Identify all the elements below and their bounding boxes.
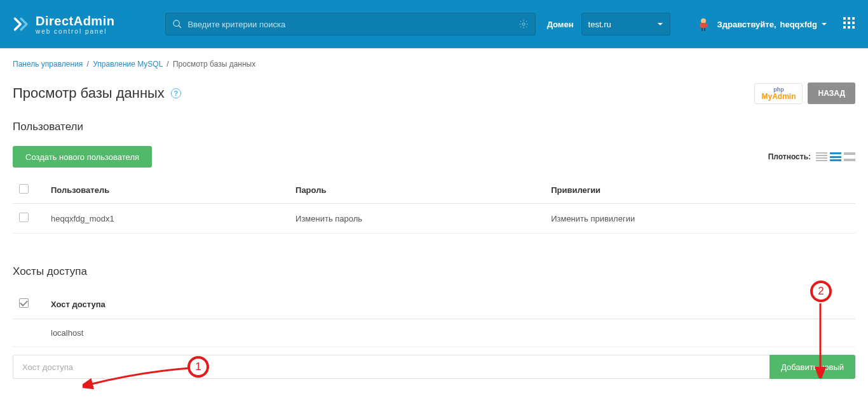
select-all-checkbox[interactable] [19,184,29,194]
users-section-title: Пользователи [13,121,855,133]
hosts-section: Хосты доступа Хост доступа localhost Доб… [13,265,855,379]
svg-rect-6 [705,23,707,27]
density-compact[interactable] [816,152,827,162]
row-checkbox[interactable] [19,213,29,222]
density-label: Плотность: [768,152,811,161]
change-password-link[interactable]: Изменить пароль [295,214,362,223]
main-content: Панель управления / Управление MySQL / П… [0,48,868,390]
greeting-user: heqqxfdg [780,20,818,29]
add-host-row: Добавить новый [13,355,855,379]
hosts-section-title: Хосты доступа [13,265,855,278]
hosts-table: Хост доступа localhost [13,291,855,347]
svg-point-0 [173,20,179,26]
svg-rect-5 [700,23,702,27]
svg-rect-15 [843,26,846,29]
search-container [165,13,535,36]
domain-select[interactable]: test.ru [581,13,670,36]
svg-rect-8 [704,28,705,31]
search-icon [172,19,182,29]
svg-rect-10 [848,17,850,20]
svg-rect-14 [852,22,855,24]
create-user-button[interactable]: Создать нового пользователя [13,146,152,168]
users-table: Пользователь Пароль Привилегии heqqxfdg_… [13,176,855,234]
phpmyadmin-button[interactable]: php MyAdmin [754,83,803,104]
breadcrumb: Панель управления / Управление MySQL / П… [13,60,855,69]
density-medium[interactable] [830,152,841,162]
avatar-icon [696,17,711,32]
density-large[interactable] [844,152,855,162]
change-privileges-link[interactable]: Изменить привилегии [551,214,635,223]
col-user: Пользователь [44,176,289,204]
title-actions: php MyAdmin НАЗАД [754,83,855,104]
title-row: Просмотр базы данных ? php MyAdmin НАЗАД [13,83,855,104]
domain-selector-area: Домен test.ru [547,13,670,36]
col-host: Хост доступа [44,291,855,319]
host-input[interactable] [13,355,770,379]
add-host-button[interactable]: Добавить новый [770,355,855,379]
table-row: localhost [13,319,855,347]
svg-rect-17 [852,26,855,29]
search-input[interactable] [187,20,518,29]
breadcrumb-link-dashboard[interactable]: Панель управления [13,60,83,69]
top-header: DirectAdmin web control panel Домен test… [0,0,868,48]
svg-rect-12 [843,22,846,24]
col-password: Пароль [289,176,545,204]
svg-rect-13 [848,22,850,24]
breadcrumb-current: Просмотр базы данных [173,60,255,69]
svg-rect-16 [848,26,850,29]
gear-icon[interactable] [519,19,529,29]
breadcrumb-link-mysql[interactable]: Управление MySQL [93,60,163,69]
svg-point-3 [701,18,706,23]
svg-point-2 [522,23,525,25]
page-title: Просмотр базы данных ? [13,85,181,102]
logo[interactable]: DirectAdmin web control panel [13,14,114,35]
users-action-row: Создать нового пользователя Плотность: [13,146,855,168]
chevron-down-icon [657,21,663,27]
cell-host: localhost [44,319,855,347]
help-icon[interactable]: ? [171,88,181,98]
logo-text: DirectAdmin web control panel [36,14,114,35]
logo-icon [13,15,31,33]
user-menu[interactable]: Здравствуйте, heqqxfdg [717,20,827,29]
svg-rect-9 [843,17,846,20]
svg-line-1 [179,25,181,28]
user-area: Здравствуйте, heqqxfdg [696,17,855,32]
svg-rect-4 [702,23,705,28]
search-box[interactable] [165,13,535,36]
apps-grid-icon[interactable] [843,17,855,32]
greeting-prefix: Здравствуйте, [717,20,776,29]
chevron-down-icon [821,21,827,27]
select-all-hosts-checkbox[interactable] [19,298,29,308]
svg-rect-11 [852,17,855,20]
density-control: Плотность: [768,152,855,162]
cell-user: heqqxfdg_modx1 [44,204,289,234]
svg-rect-7 [702,28,703,31]
table-row: heqqxfdg_modx1 Изменить пароль Изменить … [13,204,855,234]
col-privileges: Привилегии [545,176,855,204]
back-button[interactable]: НАЗАД [808,83,855,104]
domain-label: Домен [547,20,574,29]
domain-value: test.ru [588,20,611,29]
